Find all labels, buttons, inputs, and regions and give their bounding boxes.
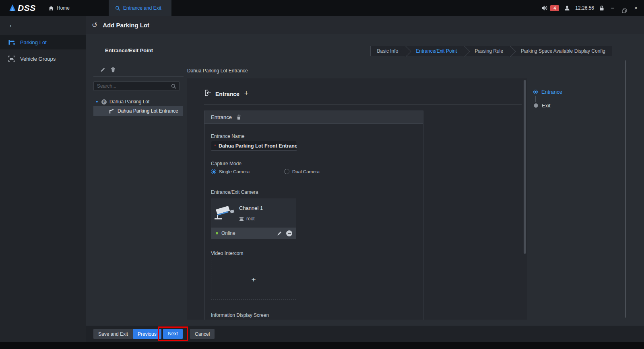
tab-entrance-and-exit[interactable]: Entrance and Exit <box>109 0 171 16</box>
alarm-count-badge[interactable]: 4 <box>550 5 559 11</box>
step-passing-rule[interactable]: Passing Rule <box>464 46 510 56</box>
camera-group-row: root <box>239 216 255 222</box>
form-scrollbar-thumb[interactable] <box>524 80 526 254</box>
edit-camera-icon[interactable] <box>277 231 282 236</box>
previous-button[interactable]: Previous <box>133 329 161 339</box>
delete-entrance-icon[interactable] <box>236 115 241 120</box>
tree-child-label: Dahua Parking Lot Entrance <box>118 108 178 114</box>
side-nav-exit[interactable]: Exit <box>534 103 551 109</box>
step-parking-space-display-config[interactable]: Parking Space Available Display Config <box>510 46 613 56</box>
content-scrollbar-thumb[interactable] <box>625 60 626 318</box>
dual-camera-radio[interactable] <box>284 169 289 174</box>
entrance-point-icon <box>109 109 114 114</box>
sidebar-item-parking-lot[interactable]: Parking Lot <box>0 35 86 49</box>
tree-node-entrance[interactable]: Dahua Parking Lot Entrance <box>93 106 183 116</box>
dss-logo-icon <box>8 4 17 12</box>
next-button[interactable]: Next <box>163 329 183 339</box>
tree-divider <box>93 76 184 77</box>
dss-logo-text: DSS <box>18 3 36 13</box>
sidebar-item-parking-lot-label: Parking Lot <box>20 39 47 45</box>
cancel-button[interactable]: Cancel <box>190 329 215 339</box>
tab-home-label: Home <box>57 5 70 11</box>
wizard-steps: Basic Info Entrance/Exit Point Passing R… <box>370 46 613 56</box>
add-icon: + <box>251 275 256 284</box>
step-passing-rule-label: Passing Rule <box>475 48 503 54</box>
single-camera-radio[interactable] <box>211 169 216 174</box>
tree-toolbar <box>100 67 116 72</box>
topbar: DSS Home Entrance and Exit 4 12:26:56 − <box>0 0 644 16</box>
camera-status-row: Online <box>211 228 296 239</box>
save-and-exit-button[interactable]: Save and Exit <box>93 329 133 339</box>
form-panel: Entrance + Entrance Entrance Name * Capt… <box>187 78 527 320</box>
camera-name: Channel 1 <box>239 205 263 211</box>
group-divider <box>204 104 522 105</box>
step-basic-info-label: Basic Info <box>377 48 398 54</box>
minimize-button[interactable]: − <box>609 0 616 16</box>
camera-status-text: Online <box>221 230 277 236</box>
edit-icon[interactable] <box>100 67 105 72</box>
entrance-card: Entrance Entrance Name * Capture Mode Si… <box>204 111 423 320</box>
sidebar: ← Parking Lot Vehicle Groups <box>0 16 86 342</box>
required-marker: * <box>214 144 216 148</box>
tab-entrance-and-exit-label: Entrance and Exit <box>123 5 161 11</box>
return-icon[interactable]: ↺ <box>92 21 97 29</box>
step-entrance-exit-point[interactable]: Entrance/Exit Point <box>405 46 464 56</box>
entrance-name-field: * <box>211 141 297 151</box>
delete-icon[interactable] <box>111 67 116 72</box>
user-icon[interactable] <box>564 5 570 11</box>
lock-icon[interactable] <box>599 5 604 11</box>
parking-lot-icon <box>8 39 15 45</box>
video-intercom-label: Video Intercom <box>211 250 244 256</box>
side-nav-entrance-label: Entrance <box>541 89 562 95</box>
camera-card-top: Channel 1 root <box>211 199 296 228</box>
sidebar-item-vehicle-groups-label: Vehicle Groups <box>20 56 56 62</box>
add-video-intercom-box[interactable]: + <box>211 260 296 300</box>
tab-home[interactable]: Home <box>42 0 76 16</box>
camera-icon <box>214 204 236 222</box>
entrance-icon <box>204 89 212 96</box>
topbar-right-cluster: 4 12:26:56 − × <box>541 0 639 16</box>
next-button-highlight: Next <box>158 326 188 341</box>
search-box <box>93 81 180 91</box>
online-status-dot <box>216 232 218 234</box>
side-nav-entrance-radio[interactable] <box>533 90 538 94</box>
side-nav-connector <box>535 96 536 102</box>
parking-lot-node-icon: P <box>101 99 107 105</box>
step-parking-space-display-config-label: Parking Space Available Display Config <box>521 48 605 54</box>
step-entrance-exit-point-label: Entrance/Exit Point <box>416 48 457 54</box>
tree-node-root[interactable]: ▼ P Dahua Parking Lot <box>93 98 183 106</box>
search-icon[interactable] <box>171 84 176 89</box>
single-camera-label: Single Camera <box>219 169 250 174</box>
form-title: Dahua Parking Lot Entrance <box>187 68 248 74</box>
caret-down-icon[interactable]: ▼ <box>95 100 99 104</box>
entrance-name-label: Entrance Name <box>211 133 244 139</box>
back-button[interactable]: ← <box>6 19 18 31</box>
entrance-name-input[interactable] <box>211 141 297 150</box>
bottom-strip <box>0 342 644 349</box>
remove-camera-icon[interactable] <box>286 230 292 236</box>
speaker-icon[interactable] <box>541 5 548 11</box>
search-input[interactable] <box>94 83 171 89</box>
side-nav-entrance[interactable]: Entrance <box>533 89 562 95</box>
clock-time: 12:26:56 <box>575 5 594 11</box>
footer-bar: Save and Exit Previous Next Cancel <box>86 326 644 342</box>
add-entrance-button[interactable]: + <box>242 89 250 98</box>
step-basic-info[interactable]: Basic Info <box>371 46 406 56</box>
close-button[interactable]: × <box>633 0 639 16</box>
entrance-exit-tab-icon <box>115 6 120 11</box>
main-content: Entrance/Exit Point Basic Info Entrance/… <box>86 34 644 326</box>
tree-root-label: Dahua Parking Lot <box>109 99 149 105</box>
entrance-card-header: Entrance <box>204 111 423 124</box>
capture-mode-label: Capture Mode <box>211 161 242 166</box>
information-display-screen-label: Information Display Screen <box>211 312 269 318</box>
dual-camera-label: Dual Camera <box>292 169 320 174</box>
form-scrollbar[interactable] <box>524 78 526 320</box>
organization-icon <box>239 217 244 221</box>
restore-button[interactable] <box>621 3 627 13</box>
camera-group-label: root <box>246 216 255 222</box>
sidebar-item-vehicle-groups[interactable]: Vehicle Groups <box>0 51 86 66</box>
entrance-group-title: Entrance <box>215 91 239 97</box>
vehicle-groups-icon <box>8 55 15 62</box>
side-nav-exit-radio[interactable] <box>534 103 538 108</box>
entrance-card-title: Entrance <box>211 114 232 120</box>
